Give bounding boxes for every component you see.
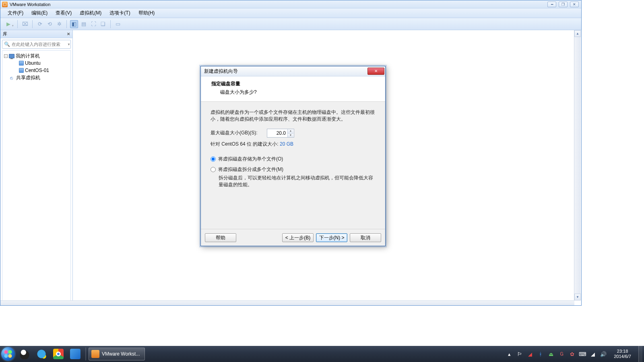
shared-vm-icon [10, 75, 15, 80]
taskbar-clock[interactable]: 23:18 2014/6/7 [611, 349, 634, 359]
show-desktop-button[interactable] [638, 346, 642, 362]
taskbar-app-vmware[interactable]: VMware Workst... [89, 348, 145, 360]
next-button[interactable]: 下一步(N) > [316, 233, 347, 242]
radio-single-file-label: 将虚拟磁盘存储为单个文件(O) [218, 156, 283, 162]
radio-split-files[interactable]: 将虚拟磁盘拆分成多个文件(M) [211, 166, 376, 173]
clock-date: 2014/6/7 [614, 354, 631, 359]
tray-bluetooth-icon[interactable]: ᚼ [537, 351, 544, 357]
scroll-down-button[interactable]: ▼ [574, 294, 581, 300]
tray-safe-remove-icon[interactable]: ⏏ [548, 351, 554, 357]
tray-security-icon[interactable]: Ｇ [558, 351, 565, 357]
taskbar-separator [85, 348, 86, 360]
dialog-title: 新建虚拟机向导 [204, 68, 238, 75]
library-header: 库 ✕ [0, 30, 72, 38]
dialog-body: 虚拟机的硬盘作为一个或多个文件存储在主机的物理磁盘中。这些文件最初很小，随着您向… [201, 102, 385, 192]
tray-wifi-icon[interactable]: ◢ [590, 351, 596, 357]
send-ctrl-alt-del-button[interactable]: ⌧ [21, 20, 29, 28]
fullscreen-button[interactable]: ⛶ [89, 20, 97, 28]
scroll-track[interactable] [574, 37, 581, 294]
tree-label: 我的计算机 [16, 53, 40, 60]
vertical-scrollbar[interactable]: ▲ ▼ [574, 30, 581, 300]
library-tree: − 我的计算机 Ubuntu CentOS-01 共享虚拟 [2, 50, 71, 305]
spinner-up-button[interactable]: ▲ [287, 129, 293, 133]
tree-label: CentOS-01 [25, 68, 49, 73]
menu-tabs[interactable]: 选项卡(T) [105, 8, 134, 18]
tree-label: Ubuntu [25, 60, 41, 66]
toolbar-separator [66, 20, 67, 28]
tree-node-vm[interactable]: Ubuntu [3, 60, 70, 67]
dialog-titlebar[interactable]: 新建虚拟机向导 ✕ [201, 66, 385, 76]
radio-single-file-input[interactable] [211, 156, 216, 162]
computer-icon [9, 54, 14, 58]
menu-help[interactable]: 帮助(H) [134, 8, 159, 18]
desktop-background [0, 306, 644, 346]
radio-split-files-label: 将虚拟磁盘拆分成多个文件(M) [218, 166, 283, 173]
spinner-down-button[interactable]: ▼ [287, 133, 293, 137]
vmware-icon [91, 350, 99, 358]
power-on-button[interactable]: ▶ [3, 20, 14, 28]
app-titlebar[interactable]: VMware Workstation ━ ❐ ✕ [0, 0, 581, 8]
menu-file[interactable]: 文件(F) [4, 8, 27, 18]
snapshot-manager-button[interactable]: ✲ [55, 20, 63, 28]
window-restore-button[interactable]: ❐ [559, 2, 568, 7]
horizontal-scrollbar[interactable] [0, 300, 574, 305]
menubar: 文件(F) 编辑(E) 查看(V) 虚拟机(M) 选项卡(T) 帮助(H) [0, 8, 581, 18]
menu-edit[interactable]: 编辑(E) [27, 8, 52, 18]
tray-show-hidden-icon[interactable]: ▴ [506, 351, 512, 357]
dialog-footer: 帮助 < 上一步(B) 下一步(N) > 取消 [201, 229, 385, 246]
help-button[interactable]: 帮助 [205, 233, 236, 242]
radio-split-files-input[interactable] [211, 167, 216, 172]
dialog-heading: 指定磁盘容量 [211, 80, 379, 87]
snapshot-take-button[interactable]: ⟳ [36, 20, 44, 28]
window-close-button[interactable]: ✕ [570, 2, 579, 7]
app-title: VMware Workstation [10, 2, 50, 7]
menu-view[interactable]: 查看(V) [52, 8, 76, 18]
search-icon: 🔍 [4, 41, 10, 47]
new-vm-wizard-dialog: 新建虚拟机向导 ✕ 指定磁盘容量 磁盘大小为多少? 虚拟机的硬盘作为一个或多个文… [200, 66, 386, 246]
pinned-ie[interactable] [33, 348, 50, 360]
vm-icon [19, 68, 24, 73]
vm-icon [19, 61, 24, 66]
tray-app-icon[interactable]: ✿ [569, 351, 575, 357]
menu-vm[interactable]: 虚拟机(M) [76, 8, 105, 18]
tray-volume-icon[interactable]: 🔊 [600, 351, 607, 357]
library-header-label: 库 [3, 31, 7, 37]
app-icon [2, 2, 8, 7]
thumbnail-bar-button[interactable]: ▤ [80, 20, 88, 28]
pinned-chrome[interactable] [50, 348, 66, 360]
windows-taskbar: VMware Workst... ▴ 🏳 ◢ ᚼ ⏏ Ｇ ✿ ⌨ ◢ 🔊 23:… [0, 346, 644, 362]
tray-network-icon[interactable]: ◢ [527, 351, 533, 357]
pinned-qq[interactable] [17, 348, 33, 360]
tree-node-vm[interactable]: CentOS-01 [3, 67, 70, 74]
unity-button[interactable]: ❏ [99, 20, 107, 28]
library-search[interactable]: 🔍 ▼ [2, 40, 71, 49]
qq-icon [19, 349, 30, 359]
tray-action-center-icon[interactable]: 🏳 [516, 351, 523, 357]
toolbar: ▶ ⌧ ⟳ ⟲ ✲ ◧ ▤ ⛶ ❏ ▭ [0, 18, 581, 30]
tree-node-my-computer[interactable]: − 我的计算机 [3, 52, 70, 60]
toolbar-separator [110, 20, 111, 28]
search-dropdown-icon[interactable]: ▼ [67, 43, 70, 46]
pinned-explorer[interactable] [67, 348, 83, 360]
dialog-header: 指定磁盘容量 磁盘大小为多少? [201, 76, 385, 102]
cancel-button[interactable]: 取消 [350, 233, 381, 242]
scroll-up-button[interactable]: ▲ [574, 30, 581, 37]
library-close-button[interactable]: ✕ [67, 32, 70, 36]
window-minimize-button[interactable]: ━ [547, 2, 556, 7]
start-button[interactable] [0, 346, 16, 362]
collapse-icon[interactable]: − [4, 54, 8, 58]
show-library-button[interactable]: ◧ [70, 20, 78, 28]
tray-input-icon[interactable]: ⌨ [579, 351, 586, 357]
snapshot-revert-button[interactable]: ⟲ [45, 20, 54, 28]
back-button[interactable]: < 上一步(B) [282, 233, 314, 242]
console-view-button[interactable]: ▭ [114, 20, 122, 28]
tree-node-shared-vms[interactable]: 共享虚拟机 [3, 74, 70, 81]
dialog-close-button[interactable]: ✕ [367, 68, 384, 75]
recommended-size-text: 针对 CentOS 64 位 的建议大小: 20 GB [211, 141, 376, 148]
disk-size-input[interactable] [267, 130, 287, 136]
radio-single-file[interactable]: 将虚拟磁盘存储为单个文件(O) [211, 156, 376, 162]
taskbar-app-label: VMware Workst... [102, 351, 140, 357]
ie-icon [36, 349, 47, 359]
disk-size-spinner[interactable]: ▲ ▼ [267, 129, 294, 138]
library-search-input[interactable] [12, 42, 67, 47]
